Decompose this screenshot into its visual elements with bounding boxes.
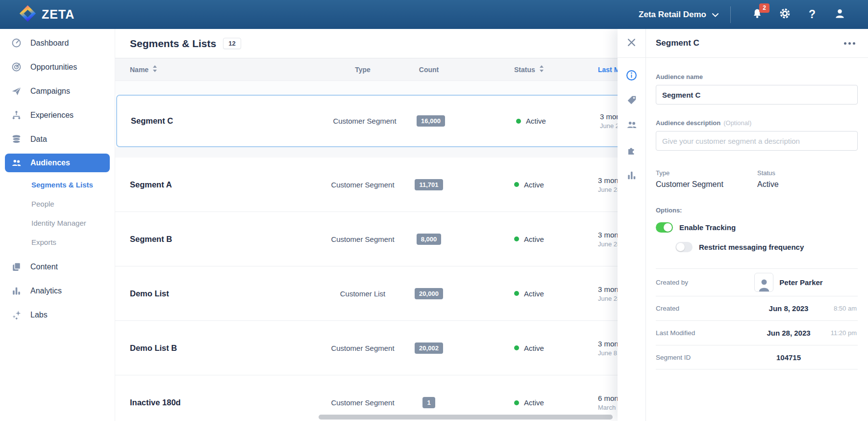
divider: [618, 57, 868, 58]
table-row-selected[interactable]: Segment C Customer Segment 16,000 Active…: [116, 95, 618, 147]
restrict-messaging-toggle[interactable]: [675, 242, 693, 252]
overflow-menu-icon[interactable]: [844, 42, 855, 45]
flow-icon: [11, 110, 22, 120]
status-dot: [514, 400, 519, 405]
row-name: Inactive 180d: [130, 375, 181, 421]
tab-analytics[interactable]: [626, 170, 638, 182]
sidebar-item-label: Audiences: [30, 158, 70, 167]
sidebar-item-content[interactable]: Content: [0, 255, 115, 279]
type-label: Type: [656, 169, 757, 177]
type-value: Customer Segment: [656, 180, 757, 189]
sidebar-item-exports[interactable]: Exports: [0, 233, 115, 252]
column-header-name[interactable]: Name: [130, 58, 157, 80]
divider: [730, 6, 731, 23]
audiences-submenu: Segments & Lists People Identity Manager…: [0, 175, 115, 252]
spacer: [115, 147, 618, 158]
horizontal-scrollbar[interactable]: [319, 415, 613, 420]
optional-hint: (Optional): [723, 119, 751, 127]
documents-icon: [11, 262, 22, 272]
tab-info[interactable]: [626, 70, 638, 82]
tab-tags[interactable]: [626, 95, 638, 107]
account-selector[interactable]: Zeta Retail Demo: [639, 10, 719, 20]
count-badge: 8,000: [417, 234, 442, 245]
account-name: Zeta Retail Demo: [639, 10, 706, 20]
column-header-count: Count: [399, 58, 458, 80]
gauge-icon: [11, 38, 22, 48]
close-panel-button[interactable]: [618, 29, 645, 57]
tab-audience[interactable]: [626, 120, 638, 132]
column-header-last-modified[interactable]: Last Modified: [598, 58, 618, 80]
people-icon: [11, 158, 22, 168]
row-type: Customer Segment: [311, 158, 414, 211]
modified-relative: 6 mon: [598, 394, 618, 402]
status-label: Active: [524, 344, 544, 352]
sidebar-item-identity-manager[interactable]: Identity Manager: [0, 213, 115, 233]
sidebar-item-campaigns[interactable]: Campaigns: [0, 79, 115, 103]
sidebar-item-labs[interactable]: Labs: [0, 303, 115, 327]
zeta-logo-icon: [19, 4, 37, 25]
brand-name: ZETA: [42, 7, 74, 22]
table-header: Name Type Count Status Last Modified: [115, 58, 618, 81]
status-label: Status: [757, 169, 779, 177]
sidebar-item-experiences[interactable]: Experiences: [0, 103, 115, 127]
created-label: Created: [656, 305, 719, 312]
help-icon: ?: [809, 8, 816, 21]
page-title: Segments & Lists: [130, 38, 216, 50]
status-label: Active: [524, 181, 544, 189]
last-modified-label: Last Modified: [656, 329, 719, 337]
user-icon: [834, 7, 846, 22]
help-button[interactable]: ?: [804, 6, 820, 23]
sidebar-item-label: Labs: [30, 311, 48, 319]
segment-id-value: 104715: [719, 353, 858, 362]
tab-integrations[interactable]: [626, 145, 638, 157]
table-row[interactable]: Segment A Customer Segment 11,701 Active…: [115, 158, 618, 212]
modified-date: March 2: [598, 404, 618, 411]
status-label: Active: [524, 289, 544, 298]
sidebar-item-analytics[interactable]: Analytics: [0, 279, 115, 303]
row-type: Customer Segment: [311, 212, 414, 266]
column-header-type: Type: [311, 58, 414, 80]
column-header-status[interactable]: Status: [514, 58, 544, 80]
user-menu-button[interactable]: [831, 6, 848, 23]
table-row[interactable]: Demo List B Customer Segment 20,002 Acti…: [115, 321, 618, 375]
panel-tab-rail: [618, 29, 646, 421]
sidebar-item-opportunities[interactable]: Opportunities: [0, 55, 115, 79]
created-by-label: Created by: [656, 279, 719, 286]
sidebar-item-label: Campaigns: [30, 87, 70, 96]
audience-description-input[interactable]: [656, 131, 858, 151]
spacer: [115, 81, 618, 95]
count-badge: 20,000: [415, 288, 443, 299]
sidebar-item-people[interactable]: People: [0, 194, 115, 213]
people-icon: [626, 120, 637, 132]
brand[interactable]: ZETA: [0, 4, 74, 25]
notification-badge: 2: [759, 3, 769, 13]
status-label: Active: [524, 398, 544, 407]
settings-button[interactable]: [776, 6, 793, 23]
sidebar-item-data[interactable]: Data: [0, 127, 115, 151]
created-by-row: Created by Peter Parker: [656, 268, 858, 296]
sidebar-item-label: Analytics: [30, 287, 62, 295]
sidebar: Dashboard Opportunities Campaigns Experi…: [0, 29, 115, 421]
audience-description-label: Audience description(Optional): [656, 119, 858, 127]
modified-relative: 3 mon: [598, 285, 618, 293]
modified-date: June 28: [600, 122, 618, 130]
table-row[interactable]: Segment B Customer Segment 8,000 Active …: [115, 212, 618, 266]
table-row[interactable]: Demo List Customer List 20,000 Active 3 …: [115, 266, 618, 321]
count-badge: 20,002: [415, 342, 443, 354]
audience-name-input[interactable]: [656, 85, 858, 105]
created-time: 8:50 am: [834, 305, 857, 312]
segment-detail-panel: Segment C Audience name Audience descrip…: [618, 29, 868, 421]
enable-tracking-toggle[interactable]: [656, 222, 673, 233]
modified-relative: 3 mon: [598, 231, 618, 239]
paper-plane-icon: [11, 86, 22, 96]
notifications-button[interactable]: 2: [749, 6, 766, 23]
avatar: [754, 273, 773, 292]
modified-date: June 28: [598, 240, 618, 248]
status-dot: [514, 237, 519, 241]
sidebar-item-audiences[interactable]: Audiences: [5, 154, 110, 172]
database-icon: [11, 134, 22, 144]
row-type: Customer Segment: [311, 321, 414, 375]
count-badge: 1: [422, 397, 435, 408]
sidebar-item-dashboard[interactable]: Dashboard: [0, 31, 115, 55]
sidebar-item-segments-lists[interactable]: Segments & Lists: [0, 175, 115, 194]
